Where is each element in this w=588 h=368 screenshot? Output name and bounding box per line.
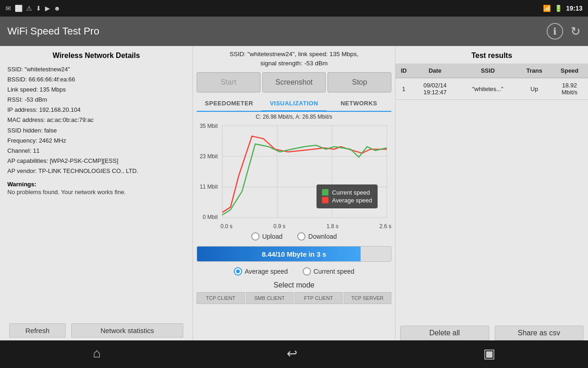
warnings-title: Warnings: — [7, 181, 185, 188]
current-speed-icon — [322, 189, 328, 196]
col-id: ID — [396, 63, 412, 78]
download-icon: ⬇ — [36, 5, 41, 12]
col-trans: Trans — [518, 63, 551, 78]
download-radio[interactable]: Download — [297, 232, 337, 241]
col-ssid: SSID — [458, 63, 518, 78]
warning-icon: ⚠ — [26, 5, 32, 12]
clock: 19:13 — [566, 5, 582, 12]
tcp-server-tab[interactable]: TCP SERVER — [344, 292, 392, 304]
tab-speedometer[interactable]: SPEEDOMETER — [197, 96, 261, 111]
network-details: SSID: "whitetestnew24" BSSID: 66:66:66:4… — [7, 64, 185, 176]
current-speed-radio[interactable]: Current speed — [303, 267, 355, 276]
detail-ip: IP address: 192.168.20.104 — [7, 105, 185, 115]
y-label-35: 35 Mbit — [197, 123, 220, 129]
left-panel-actions: Refresh Network statistics — [7, 317, 185, 335]
right-panel-actions: Delete all Share as csv — [396, 320, 588, 340]
delete-all-button[interactable]: Delete all — [400, 326, 489, 340]
results-table: ID Date SSID Trans Speed 1 09/02/14 19:1… — [396, 63, 588, 100]
detail-bssid: BSSID: 66:66:66:4f:ea:66 — [7, 75, 185, 85]
y-label-11: 11 Mbit — [197, 184, 220, 190]
progress-bar-container: 8.44/10 Mbyte in 3 s — [197, 246, 391, 262]
download-label: Download — [308, 233, 337, 240]
recents-button[interactable]: ▣ — [483, 346, 495, 361]
detail-mac: MAC address: ac:ac:0b:ac:79:ac — [7, 115, 185, 125]
current-radio-circle — [303, 267, 311, 276]
cell-id: 1 — [396, 78, 412, 100]
stop-button[interactable]: Stop — [328, 72, 391, 92]
status-right: 📶 🔋 19:13 — [543, 5, 582, 12]
upload-download-radio: Upload Download — [197, 232, 391, 241]
average-speed-label: Average speed — [332, 197, 372, 204]
results-table-body: 1 09/02/14 19:12:47 "whitetes..." Up 18.… — [396, 78, 588, 100]
upload-radio[interactable]: Upload — [251, 232, 283, 241]
col-date: Date — [412, 63, 458, 78]
screen-icon: ⬜ — [15, 5, 23, 12]
left-panel: Wireless Network Details SSID: "whitetes… — [0, 46, 193, 340]
tab-visualization[interactable]: VISUALIZATION — [261, 96, 326, 112]
y-label-0: 0 Mbit — [197, 214, 220, 220]
cell-ssid: "whitetes..." — [458, 78, 518, 100]
table-row: 1 09/02/14 19:12:47 "whitetes..." Up 18.… — [396, 78, 588, 100]
cell-speed: 18.92 Mbit/s — [551, 78, 588, 100]
y-axis-labels: 35 Mbit 23 Mbit 11 Mbit 0 Mbit — [197, 121, 220, 222]
wifi-icon: 📶 — [543, 5, 551, 12]
start-button[interactable]: Start — [197, 72, 260, 92]
current-speed-label: Current speed — [332, 189, 370, 196]
average-radio-circle — [234, 267, 242, 276]
upload-label: Upload — [262, 233, 283, 240]
network-statistics-button[interactable]: Network statistics — [71, 323, 183, 338]
detail-freq: Frequency: 2462 MHz — [7, 136, 185, 146]
warnings-text: No problems found. Your network works fi… — [7, 189, 185, 196]
bottom-nav: ⌂ ↩ ▣ — [0, 340, 588, 366]
y-label-23: 23 Mbit — [197, 153, 220, 160]
x-label-09: 0.9 s — [273, 223, 285, 230]
settings-icon[interactable]: ↻ — [571, 24, 581, 39]
detail-ap-vendor: AP vendor: TP-LINK TECHNOLOGIES CO., LTD… — [7, 166, 185, 176]
back-button[interactable]: ↩ — [287, 346, 297, 361]
detail-ap-cap: AP capabilities: [WPA2-PSK-CCMP][ESS] — [7, 156, 185, 166]
info-icon[interactable]: ℹ — [547, 23, 563, 40]
share-csv-button[interactable]: Share as csv — [495, 326, 584, 340]
app-bar: WiFi Speed Test Pro ℹ ↻ — [0, 17, 588, 46]
detail-rssi: RSSI: -53 dBm — [7, 95, 185, 105]
app-title: WiFi Speed Test Pro — [7, 25, 99, 37]
right-panel: Test results ID Date SSID Trans Speed 1 … — [395, 46, 588, 340]
android-icon: ☻ — [54, 5, 61, 12]
media-icon: ▶ — [45, 5, 50, 12]
x-label-0: 0.0 s — [220, 223, 232, 230]
ftp-client-tab[interactable]: FTP CLIENT — [294, 292, 343, 304]
tooltip-current: Current speed — [322, 189, 372, 196]
x-label-18: 1.8 s — [327, 223, 339, 230]
mode-tabs: TCP CLIENT SMB CLIENT FTP CLIENT TCP SER… — [197, 292, 391, 304]
status-icons: ✉ ⬜ ⚠ ⬇ ▶ ☻ — [6, 5, 61, 12]
cell-trans: Up — [518, 78, 551, 100]
left-panel-title: Wireless Network Details — [7, 52, 185, 60]
refresh-button[interactable]: Refresh — [9, 323, 66, 338]
x-axis-labels: 0.0 s 0.9 s 1.8 s 2.6 s — [197, 223, 391, 230]
detail-channel: Channel: 11 — [7, 146, 185, 156]
detail-ssid: SSID: "whitetestnew24" — [7, 64, 185, 75]
speed-radio-row: Average speed Current speed — [197, 267, 391, 276]
upload-radio-circle — [251, 232, 260, 241]
table-header-row: ID Date SSID Trans Speed — [396, 63, 588, 78]
smb-client-tab[interactable]: SMB CLIENT — [246, 292, 294, 304]
message-icon: ✉ — [6, 5, 11, 12]
average-speed-radio[interactable]: Average speed — [234, 267, 288, 276]
chart-tooltip: Current speed Average speed — [317, 184, 378, 208]
chart-container: 35 Mbit 23 Mbit 11 Mbit 0 Mbit Current s… — [197, 121, 391, 222]
curr-speed-label: Current speed — [314, 268, 355, 275]
download-radio-circle — [297, 232, 305, 241]
tcp-client-tab[interactable]: TCP CLIENT — [197, 292, 245, 304]
tab-networks[interactable]: NETWORKS — [327, 96, 391, 111]
chart-title: C: 26.98 Mbit/s, A: 26.85 Mbit/s — [197, 114, 391, 120]
app-bar-actions: ℹ ↻ — [547, 23, 581, 40]
select-mode-label: Select mode — [197, 281, 391, 289]
cell-date: 09/02/14 19:12:47 — [412, 78, 458, 100]
progress-bar-text: 8.44/10 Mbyte in 3 s — [262, 250, 326, 258]
tooltip-average: Average speed — [322, 197, 372, 204]
home-button[interactable]: ⌂ — [93, 346, 101, 361]
status-bar: ✉ ⬜ ⚠ ⬇ ▶ ☻ 📶 🔋 19:13 — [0, 0, 588, 17]
screenshot-button[interactable]: Screenshot — [262, 72, 326, 92]
control-buttons: Start Screenshot Stop — [197, 72, 391, 92]
detail-hidden: SSID hidden: false — [7, 126, 185, 136]
